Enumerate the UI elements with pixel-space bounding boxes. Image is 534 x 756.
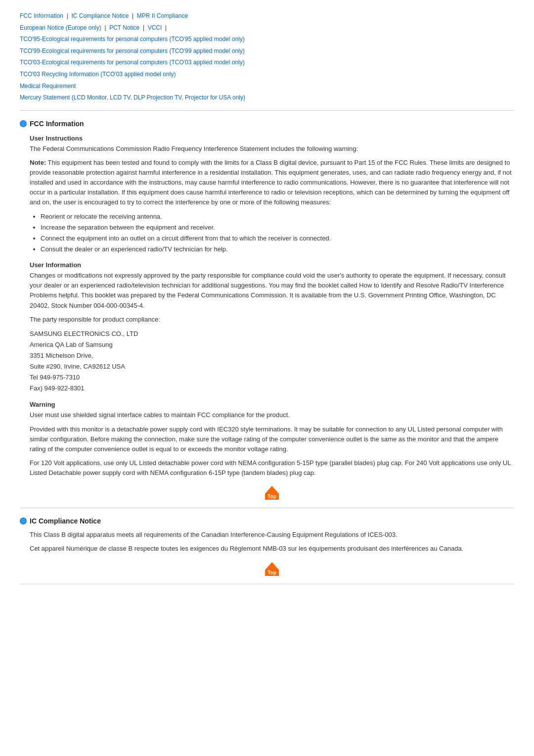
note-bold: Note: — [30, 159, 46, 166]
nav-pct[interactable]: PCT Notice — [109, 24, 139, 31]
nav-mercury[interactable]: Mercury Statement (LCD Monitor, LCD TV, … — [20, 94, 245, 101]
warning-heading: Warning — [30, 401, 514, 408]
fcc-section-icon — [20, 120, 27, 127]
top-base: Top — [265, 494, 279, 500]
ic-section-title: IC Compliance Notice — [30, 517, 101, 525]
ic-content: This Class B digital apparatus meets all… — [30, 530, 514, 575]
nav-ic[interactable]: IC Compliance Notice — [71, 12, 129, 19]
middle-divider — [20, 508, 514, 508]
top-arrow-icon — [265, 486, 279, 494]
user-instructions-heading: User Instructions — [30, 135, 514, 142]
top-divider — [20, 110, 514, 111]
top-button-container-ic: Top — [30, 562, 514, 576]
fcc-section-title: FCC Information — [30, 120, 84, 128]
warning-para1: User must use shielded signal interface … — [30, 410, 514, 420]
top-button-container-fcc: Top — [30, 486, 514, 500]
company-block: SAMSUNG ELECTRONICS CO., LTD America QA … — [30, 329, 514, 394]
user-instructions-note: Note: This equipment has been tested and… — [30, 158, 514, 208]
ic-para2: Cet appareil Numérique de classe B respe… — [30, 544, 514, 554]
user-information-para1: Changes or modifications not expressly a… — [30, 271, 514, 311]
top-label: Top — [267, 494, 276, 499]
user-information-para2: The party responsible for product compli… — [30, 315, 514, 325]
top-label-ic: Top — [267, 570, 276, 575]
fcc-section-header: FCC Information — [20, 120, 514, 128]
top-base-ic: Top — [265, 570, 279, 576]
measure-2: Increase the separation between the equi… — [41, 223, 514, 233]
ic-section-header: IC Compliance Notice — [20, 517, 514, 525]
measure-1: Reorient or relocate the receiving anten… — [41, 212, 514, 222]
top-button-ic[interactable]: Top — [265, 562, 279, 576]
nav-european[interactable]: European Notice (Europe only) — [20, 24, 101, 31]
top-arrow-icon-ic — [265, 562, 279, 570]
nav-vcci[interactable]: VCCI — [148, 24, 162, 31]
user-instructions-intro: The Federal Communications Commission Ra… — [30, 144, 514, 154]
user-information-heading: User Information — [30, 261, 514, 269]
nav-tco95[interactable]: TCO'95-Ecological requirements for perso… — [20, 36, 245, 43]
ic-section-icon — [20, 518, 27, 524]
nav-fcc[interactable]: FCC Information — [20, 12, 63, 19]
warning-para2: Provided with this monitor is a detachab… — [30, 425, 514, 454]
nav-medical[interactable]: Medical Requirement — [20, 83, 76, 90]
nav-tco99[interactable]: TCO'99-Ecological requirements for perso… — [20, 47, 245, 54]
measures-list: Reorient or relocate the receiving anten… — [41, 212, 514, 255]
warning-para3: For 120 Volt applications, use only UL L… — [30, 458, 514, 478]
nav-mpr[interactable]: MPR II Compliance — [137, 12, 188, 19]
fcc-content: User Instructions The Federal Communicat… — [30, 135, 514, 500]
bottom-divider — [20, 584, 514, 584]
nav-tco03r[interactable]: TCO'03 Recycling Information (TCO'03 app… — [20, 71, 176, 78]
measure-3: Connect the equipment into an outlet on … — [41, 234, 514, 243]
nav-tco03[interactable]: TCO'03-Ecological requirements for perso… — [20, 59, 245, 66]
measure-4: Consult the dealer or an experienced rad… — [41, 244, 514, 254]
nav-links: FCC Information | IC Compliance Notice |… — [20, 10, 514, 103]
ic-para1: This Class B digital apparatus meets all… — [30, 530, 514, 540]
top-button-fcc[interactable]: Top — [265, 486, 279, 500]
note-body: This equipment has been tested and found… — [30, 159, 512, 206]
